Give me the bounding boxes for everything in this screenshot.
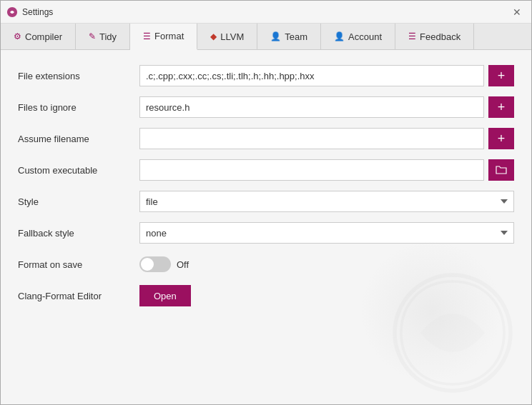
- tidy-icon: ✎: [89, 31, 96, 41]
- fallback-style-select[interactable]: none LLVM Google Chromium Mozilla WebKit…: [139, 222, 514, 244]
- format-on-save-state: Off: [177, 259, 189, 270]
- assume-filename-row: Assume filename +: [18, 127, 514, 150]
- format-on-save-toggle-group: Off: [139, 256, 189, 272]
- open-button[interactable]: Open: [139, 285, 191, 306]
- files-to-ignore-row: Files to ignore +: [18, 96, 514, 119]
- title-bar: Settings ✕: [1, 1, 531, 24]
- account-icon: 👤: [334, 31, 345, 41]
- assume-filename-label: Assume filename: [18, 134, 139, 144]
- fallback-style-label: Fallback style: [18, 228, 139, 239]
- tab-tidy-label: Tidy: [99, 31, 117, 42]
- custom-executable-input[interactable]: [139, 159, 484, 181]
- custom-executable-browse-button[interactable]: [488, 159, 514, 181]
- format-icon: ☰: [143, 31, 151, 41]
- custom-executable-label: Custom executable: [18, 165, 139, 176]
- style-label: Style: [18, 196, 139, 207]
- format-on-save-toggle[interactable]: [139, 256, 171, 272]
- assume-filename-add-button[interactable]: +: [488, 128, 514, 149]
- llvm-icon: ◆: [210, 31, 217, 41]
- tab-account-label: Account: [348, 31, 382, 42]
- assume-filename-input[interactable]: [139, 128, 484, 149]
- title-bar-left: Settings: [6, 6, 53, 18]
- tab-tidy[interactable]: ✎ Tidy: [76, 24, 130, 49]
- team-icon: 👤: [270, 31, 281, 41]
- app-icon: [6, 6, 18, 18]
- tab-llvm-label: LLVM: [220, 31, 244, 42]
- fallback-style-row: Fallback style none LLVM Google Chromium…: [18, 221, 514, 244]
- settings-window: Settings ✕ ⚙ Compiler ✎ Tidy ☰ Format ◆ …: [0, 0, 532, 405]
- tab-team[interactable]: 👤 Team: [257, 24, 321, 49]
- custom-executable-row: Custom executable: [18, 159, 514, 181]
- tab-compiler[interactable]: ⚙ Compiler: [1, 24, 76, 49]
- file-extensions-input[interactable]: [139, 65, 484, 86]
- tab-compiler-label: Compiler: [25, 31, 62, 42]
- tab-bar: ⚙ Compiler ✎ Tidy ☰ Format ◆ LLVM 👤 Team…: [1, 24, 531, 50]
- file-extensions-row: File extensions +: [18, 64, 514, 87]
- files-to-ignore-input[interactable]: [139, 96, 484, 118]
- folder-icon: [496, 165, 507, 175]
- style-select[interactable]: file LLVM Google Chromium Mozilla WebKit…: [139, 191, 514, 212]
- window-title: Settings: [22, 7, 53, 17]
- compiler-icon: ⚙: [14, 31, 21, 41]
- file-extensions-label: File extensions: [18, 71, 139, 81]
- tab-team-label: Team: [285, 31, 307, 42]
- close-button[interactable]: ✕: [508, 4, 526, 21]
- clang-format-editor-label: Clang-Format Editor: [18, 291, 139, 301]
- files-to-ignore-add-button[interactable]: +: [488, 96, 514, 118]
- file-extensions-add-button[interactable]: +: [488, 65, 514, 86]
- files-to-ignore-label: Files to ignore: [18, 102, 139, 113]
- tab-account[interactable]: 👤 Account: [321, 24, 395, 49]
- feedback-icon: ☰: [408, 31, 416, 41]
- tab-format-label: Format: [154, 31, 184, 41]
- tab-feedback-label: Feedback: [420, 31, 460, 42]
- watermark: [388, 269, 517, 397]
- style-row: Style file LLVM Google Chromium Mozilla …: [18, 190, 514, 213]
- tab-llvm[interactable]: ◆ LLVM: [197, 24, 257, 49]
- format-content: File extensions + Files to ignore + Assu…: [1, 50, 531, 404]
- format-on-save-label: Format on save: [18, 259, 139, 270]
- tab-feedback[interactable]: ☰ Feedback: [395, 24, 474, 49]
- tab-format[interactable]: ☰ Format: [130, 24, 197, 50]
